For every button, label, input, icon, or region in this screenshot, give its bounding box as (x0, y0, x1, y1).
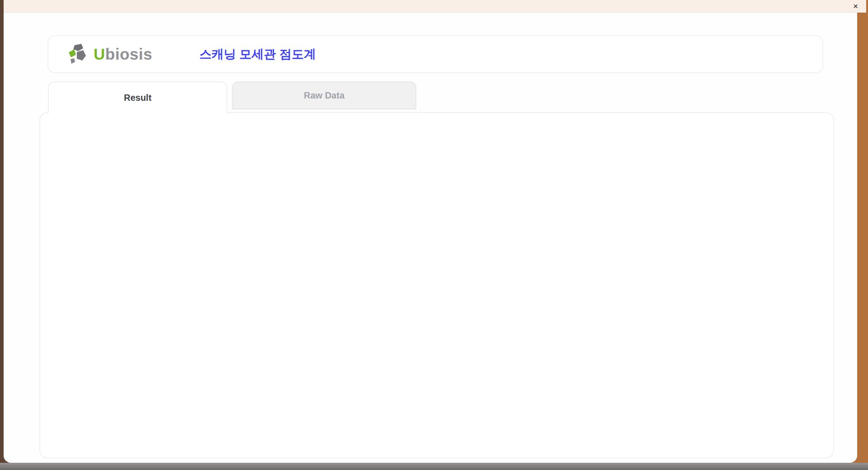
window-titlebar: × (4, 0, 866, 13)
header-card: Ubiosis 스캐닝 모세관 점도계 (47, 35, 823, 73)
result-panel (39, 112, 834, 458)
tab-result[interactable]: Result (48, 81, 227, 113)
app-window: Ubiosis 스캐닝 모세관 점도계 Result Raw Data File… (4, 13, 857, 463)
logo-letter-u: U (94, 45, 105, 63)
ubiosis-logo-icon (67, 44, 91, 65)
app-title: 스캐닝 모세관 점도계 (199, 46, 316, 62)
logo-text: Ubiosis (94, 45, 152, 63)
logo-rest: biosis (105, 45, 152, 63)
ubiosis-logo: Ubiosis (67, 44, 152, 65)
window-close-button[interactable]: × (853, 1, 858, 12)
tab-raw-data[interactable]: Raw Data (232, 81, 416, 109)
taskbar (0, 463, 868, 470)
